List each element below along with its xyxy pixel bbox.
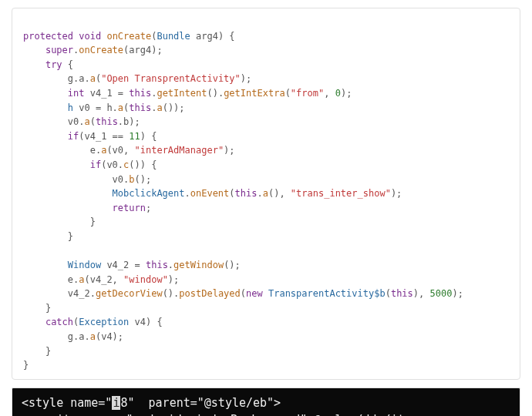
- java-code-block: protected void onCreate(Bundle arg4) { s…: [12, 8, 520, 380]
- xml-code-block: <style name="i8" parent="@style/eb"> <it…: [12, 387, 520, 416]
- type: Bundle: [157, 31, 190, 42]
- cursor-highlight: i: [112, 396, 120, 410]
- method: onCreate: [106, 31, 151, 42]
- kw: protected: [23, 31, 73, 42]
- kw: void: [79, 31, 101, 42]
